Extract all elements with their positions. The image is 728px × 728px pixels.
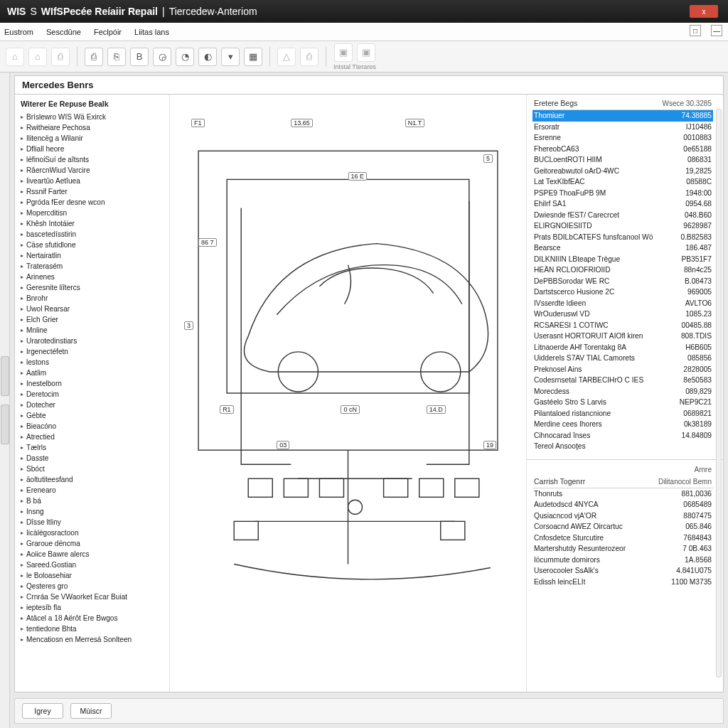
table-row[interactable]: Preknosel Ains2828005	[532, 364, 713, 375]
menu-item-2[interactable]: Feclpóir	[94, 28, 122, 36]
table-row[interactable]: Cnfosdetce Sturcutire7684843	[532, 532, 713, 544]
table-row[interactable]: Userasnt HORTORUIT AIOfl kiren808.TDIS	[532, 331, 713, 342]
tree-item[interactable]: Atrectied	[21, 432, 165, 442]
table-row[interactable]: Tereol Ansooţes	[532, 441, 713, 452]
tree-item[interactable]: Qesteres gro	[21, 581, 165, 592]
tree-item[interactable]: Gébte	[21, 410, 165, 421]
table-row[interactable]: Martershutdy Resunterozeor7 0B.463	[532, 543, 713, 555]
tree-item[interactable]: Dfliall heore	[21, 144, 165, 154]
tree-item[interactable]: Urarotedinstiars	[21, 336, 165, 346]
table-row[interactable]: Audetodscd 4NYCA0685489	[532, 499, 713, 510]
tree-item[interactable]: Elch Grier	[21, 314, 165, 325]
tree-item[interactable]: Dîsse ltliny	[21, 517, 165, 528]
tree-item[interactable]: léfinoiSuí de aîtsnts	[21, 154, 165, 165]
tree-item[interactable]: RâercnWiud Varcire	[21, 165, 165, 176]
gutter-tab-1[interactable]	[1, 356, 9, 396]
tree-item[interactable]: Mnline	[21, 325, 165, 336]
tree-item[interactable]: Aatlim	[21, 368, 165, 378]
table-row[interactable]: Cihnocarad înses14.84809	[532, 430, 713, 441]
tool-icon-16[interactable]: ▣	[357, 43, 375, 62]
tree-item[interactable]: Dasste	[21, 453, 165, 464]
tree-item[interactable]: Bieacóno	[21, 421, 165, 432]
tree-item[interactable]: Ilitencëg a Wilanir	[21, 133, 165, 144]
table-row[interactable]: FhereobCA630e65188	[532, 144, 713, 155]
tree-item[interactable]: Uwol Rearsar	[21, 304, 165, 314]
table-row[interactable]: Bearsce186.487	[532, 242, 713, 254]
tool-icon-2[interactable]: ⎙	[51, 48, 70, 66]
table-row[interactable]: Qusiacncod vjA'OR8807475	[532, 510, 713, 522]
table-row[interactable]: Thonruts881,0036	[532, 488, 713, 500]
table-row[interactable]: WrOuderuswl VD1085.23	[532, 309, 713, 320]
minimize-button[interactable]: —	[711, 25, 722, 36]
tool-icon-12[interactable]: △	[277, 48, 296, 66]
table-row[interactable]: DePBBSorodar WE RCB.08473	[532, 276, 713, 287]
tree-item[interactable]: bascetedísstirin	[21, 229, 165, 240]
tree-item[interactable]: Graroue dëncma	[21, 538, 165, 549]
tree-item[interactable]: Irgenectéfetn	[21, 346, 165, 357]
tree-item[interactable]: ieptesíb fla	[21, 602, 165, 613]
table-row[interactable]: BUCLoentROTI HIIM086831	[532, 154, 713, 166]
tree-item[interactable]: Bríslewro WIS Wä Exirck	[21, 112, 165, 122]
scrollbar[interactable]	[716, 109, 722, 678]
table-row[interactable]: Edissh leincELIt1100 M3735	[532, 577, 713, 588]
vehicle-diagram[interactable]: F1 13.65 N1.T 5 16 E 86 7 3 R1 0 cN 03 1…	[170, 95, 527, 692]
table-row[interactable]: Merdine cees Ihorers0k38189	[532, 419, 713, 430]
table-row[interactable]: Thomiuer74.38885	[532, 110, 713, 122]
table-row[interactable]: Userocooler SsAlk's4.841U075	[532, 565, 713, 577]
menu-item-0[interactable]: Eustrom	[4, 28, 33, 36]
table-row[interactable]: HEÄN RCLOIOFRIOIID88n4c25	[532, 264, 713, 276]
tree-item[interactable]: Dotecher	[21, 400, 165, 410]
tool-icon-5[interactable]: B	[130, 48, 149, 66]
tree-item[interactable]: Pgróda fEer desne wcon	[21, 197, 165, 208]
tree-item[interactable]: Aoiice Bawre alercs	[21, 549, 165, 560]
table-row[interactable]: Uidderels S7AV TIAL Camorets085856	[532, 353, 713, 364]
table-row[interactable]: DILKNIIIN LBteape TrèguePB351F7	[532, 254, 713, 265]
menu-item-3[interactable]: Liitas lans	[134, 28, 169, 36]
tree-item[interactable]: Traterasém	[21, 261, 165, 272]
table-row[interactable]: Codesrnsetal TARBECIHrO C IES8e50583	[532, 375, 713, 386]
tree-item[interactable]: Insng	[21, 506, 165, 517]
table-row[interactable]: IVsserdte ldieenAVLTO6	[532, 298, 713, 309]
table-row[interactable]: PSPE9 ThoaFuPB 9M1948:00	[532, 188, 713, 199]
tree-item[interactable]: äoltutiteesfand	[21, 474, 165, 485]
table-row[interactable]: Ehilrf SA10954.68	[532, 198, 713, 210]
tree-item[interactable]: Geresnite liîtercs	[21, 282, 165, 293]
tree-item[interactable]: B bá	[21, 496, 165, 506]
table-row[interactable]: Litnaoerde AHf Torentakg 8AH6B605	[532, 342, 713, 353]
table-row[interactable]: Corsoacnd AWEZ Oircartuc065.846	[532, 521, 713, 532]
table-row[interactable]: Morecdess089,829	[532, 386, 713, 397]
tree-item[interactable]: Tælrls	[21, 442, 165, 453]
table-row[interactable]: ELIRGNOIESIITD9628987	[532, 220, 713, 232]
tool-icon-4[interactable]: ⎘	[107, 48, 126, 66]
tool-icon-8[interactable]: ◐	[198, 48, 217, 66]
tree-item[interactable]: Khêsh Intotáier	[21, 218, 165, 229]
tool-icon-13[interactable]: ⎙	[300, 48, 318, 66]
tree-item[interactable]: Mencatiosn en Merresá Sonlteen	[21, 634, 165, 645]
tree-item[interactable]: Nertairatlin	[21, 250, 165, 261]
tree-item[interactable]: Crnráa Se VWaorket Ecar Buiat	[21, 592, 165, 602]
tree-item[interactable]: le Boloasehiar	[21, 570, 165, 581]
tree-item[interactable]: Cäse sfutidlone	[21, 240, 165, 250]
close-button[interactable]: x	[690, 5, 718, 18]
table-row[interactable]: RCSARESI 1 COTIWC00485.88	[532, 320, 713, 331]
tool-icon-3[interactable]: ⎙	[85, 48, 103, 66]
tree-item[interactable]: Sareed.Gostian	[21, 560, 165, 570]
menu-item-1[interactable]: Sescdûne	[46, 28, 81, 36]
tree-item[interactable]: Iicàlégosractoon	[21, 528, 165, 538]
footer-btn-2[interactable]: Mùiscr	[70, 703, 112, 719]
tree-item[interactable]: Bnrohr	[21, 293, 165, 304]
table-row[interactable]: ErsoratrIJ10486	[532, 122, 713, 133]
table-row[interactable]: Esrenne0010883	[532, 132, 713, 144]
table-row[interactable]: Lat TexKIbfEAC08588C	[532, 176, 713, 188]
tool-icon-6[interactable]: ◶	[153, 48, 171, 66]
tree-item[interactable]: tentiedone Bhta	[21, 623, 165, 634]
maximize-button[interactable]: □	[690, 25, 701, 36]
tool-icon-15[interactable]: ▣	[334, 43, 353, 62]
tree-item[interactable]: Rssnif Farter	[21, 186, 165, 197]
table-row[interactable]: Pilantaloed ristancnione0689821	[532, 408, 713, 419]
tree-item[interactable]: Deretocim	[21, 389, 165, 400]
table-row[interactable]: Prats BDILbCATEFS funsfcanool Wö0.B82583	[532, 232, 713, 243]
table-row[interactable]: Gastéelo Stro S LarvisNEP9C21	[532, 397, 713, 408]
footer-btn-1[interactable]: Igrey	[22, 703, 63, 719]
gutter-tab-2[interactable]	[1, 405, 9, 444]
